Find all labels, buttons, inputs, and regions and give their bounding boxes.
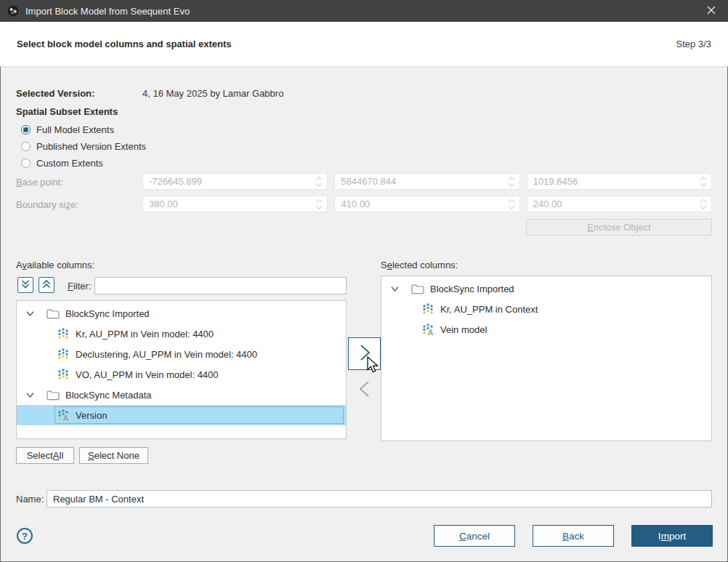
question-mark-icon: ?	[22, 531, 28, 542]
filter-input[interactable]	[94, 277, 347, 294]
svg-text:A: A	[63, 414, 69, 422]
tree-item-label: BlockSync Imported	[65, 308, 150, 319]
tree-item-row[interactable]: Declustering, AU_PPM in Vein model: 4400	[17, 344, 346, 364]
import-block-model-dialog: Import Block Model from Seequent Evo Sel…	[0, 0, 728, 562]
radio-button[interactable]	[21, 125, 31, 135]
base-point-label: Base point:	[16, 177, 63, 188]
spinbox-value: 380.00	[143, 198, 311, 209]
radio-button[interactable]	[21, 158, 31, 168]
tree-folder-row[interactable]: BlockSync Imported	[381, 278, 711, 299]
spinbox-disabled: 5844670.844	[334, 173, 519, 190]
tree-item-label: Kr, AU_PPM in Context	[440, 304, 538, 315]
tree-item-label: Declustering, AU_PPM in Vein model: 4400	[76, 349, 257, 360]
spinbox-value: -726645.899	[143, 176, 311, 187]
import-button[interactable]: Import	[631, 525, 713, 547]
tree-row-content: VO, AU_PPM in Vein model: 4400	[54, 366, 344, 383]
category-column-icon: A	[421, 323, 434, 336]
available-columns-tree[interactable]: BlockSync ImportedKr, AU_PPM in Vein mod…	[16, 300, 347, 439]
double-chevron-up-icon	[41, 278, 52, 292]
tree-row-content: BlockSync Metadata	[23, 386, 344, 404]
folder-icon	[46, 308, 60, 319]
spinbox-value: 240.00	[527, 198, 695, 209]
double-chevron-down-icon	[20, 278, 31, 292]
enclose-object-button: Enclose Object	[526, 219, 712, 236]
numeric-column-icon	[421, 302, 434, 316]
tree-item-row[interactable]: AVein model	[381, 319, 711, 340]
tree-row-content: BlockSync Imported	[387, 280, 709, 297]
spinbox-value: 5844670.844	[335, 176, 503, 187]
help-button[interactable]: ?	[17, 528, 33, 544]
tree-item-label: BlockSync Metadata	[65, 390, 152, 401]
tree-item-label: Vein model	[440, 324, 487, 335]
tree-item-row[interactable]: Kr, AU_PPM in Vein model: 4400	[17, 324, 346, 344]
boundary-size-label: Boundary size:	[16, 199, 78, 210]
radio-button[interactable]	[21, 142, 31, 151]
app-icon	[7, 5, 19, 17]
move-left-button	[348, 374, 381, 406]
select-none-button[interactable]: Select None	[79, 447, 148, 464]
name-input[interactable]	[46, 490, 712, 507]
folder-icon	[411, 284, 424, 294]
chevron-right-icon	[355, 343, 374, 364]
radio-label: Full Model Extents	[36, 124, 114, 135]
available-columns-label: Available columns:	[16, 260, 94, 270]
page-title: Select block model columns and spatial e…	[17, 39, 676, 49]
tree-item-label: VO, AU_PPM in Vein model: 4400	[76, 369, 219, 380]
spinner-arrows-icon	[695, 175, 711, 188]
radio-label: Published Version Extents	[36, 141, 146, 152]
back-button[interactable]: Back	[533, 525, 614, 547]
spinbox-disabled: -726645.899	[142, 173, 328, 190]
spinbox-disabled: 1019.6456	[527, 173, 712, 190]
tree-row-content: AVersion	[54, 406, 344, 424]
expander-chevron-down-icon[interactable]	[25, 390, 41, 401]
select-all-button[interactable]: Select All	[16, 447, 74, 464]
selected-columns-tree[interactable]: BlockSync ImportedKr, AU_PPM in ContextA…	[381, 276, 712, 441]
tree-item-row[interactable]: AVersion	[17, 405, 346, 425]
tree-item-row[interactable]: Kr, AU_PPM in Context	[381, 299, 711, 319]
spinner-arrows-icon	[695, 198, 711, 211]
radio-full-model-extents[interactable]: Full Model Extents	[21, 123, 114, 136]
tree-item-label: Version	[76, 410, 107, 421]
numeric-column-icon	[57, 348, 70, 361]
tree-item-label: BlockSync Imported	[430, 284, 514, 294]
expander-chevron-down-icon[interactable]	[389, 284, 405, 294]
chevron-left-icon	[355, 380, 374, 401]
tree-row-content: Kr, AU_PPM in Context	[419, 300, 709, 318]
tree-row-content: Kr, AU_PPM in Vein model: 4400	[54, 325, 344, 342]
expander-chevron-down-icon[interactable]	[25, 308, 41, 319]
window-title: Import Block Model from Seequent Evo	[25, 6, 190, 17]
close-button[interactable]	[695, 0, 728, 22]
spinbox-disabled: 380.00	[142, 196, 328, 212]
boundary-size-spinrow: 380.00410.00240.00	[142, 196, 712, 212]
selected-version-value: 4, 16 May 2025 by Lamar Gabbro	[142, 88, 283, 99]
spinbox-disabled: 410.00	[334, 196, 519, 212]
selected-version-label: Selected Version:	[16, 88, 94, 99]
radio-published-version-extents[interactable]: Published Version Extents	[21, 140, 146, 153]
filter-label: Filter:	[68, 281, 92, 292]
tree-item-row[interactable]: VO, AU_PPM in Vein model: 4400	[17, 364, 346, 385]
collapse-all-button[interactable]	[39, 277, 54, 293]
cancel-button[interactable]: Cancel	[434, 525, 515, 547]
spinner-arrows-icon	[311, 198, 327, 211]
spinner-arrows-icon	[311, 175, 327, 188]
dialog-header: Select block model columns and spatial e…	[0, 22, 728, 67]
spinner-arrows-icon	[503, 198, 519, 211]
category-column-icon: A	[57, 409, 70, 422]
tree-row-content: BlockSync Imported	[23, 305, 344, 322]
folder-icon	[46, 390, 60, 401]
numeric-column-icon	[57, 368, 70, 381]
radio-label: Custom Extents	[36, 158, 103, 169]
spinbox-value: 410.00	[335, 198, 503, 209]
tree-folder-row[interactable]: BlockSync Imported	[17, 303, 346, 324]
spinbox-disabled: 240.00	[527, 196, 712, 212]
numeric-column-icon	[57, 327, 70, 340]
expand-all-button[interactable]	[17, 277, 33, 293]
close-icon	[706, 5, 716, 17]
move-right-button[interactable]	[348, 337, 381, 370]
selected-columns-label: Selected columns:	[381, 260, 458, 270]
tree-item-label: Kr, AU_PPM in Vein model: 4400	[76, 329, 214, 340]
tree-row-content: AVein model	[419, 321, 709, 338]
tree-folder-row[interactable]: BlockSync Metadata	[17, 385, 346, 405]
radio-custom-extents[interactable]: Custom Extents	[21, 156, 103, 169]
tree-row-content: Declustering, AU_PPM in Vein model: 4400	[54, 345, 344, 363]
